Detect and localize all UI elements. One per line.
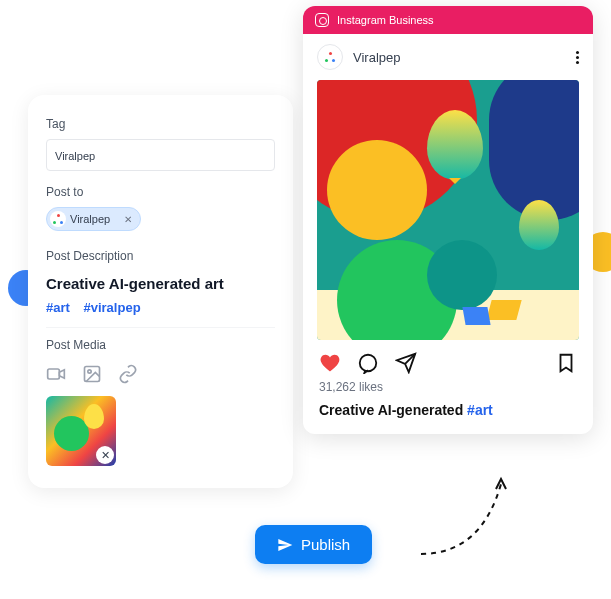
like-icon[interactable] [319,352,341,374]
svg-point-3 [360,355,377,372]
hashtag-viralpep[interactable]: #viralpep [83,300,140,315]
divider [46,327,275,328]
platform-label: Instagram Business [337,14,434,26]
send-icon [277,537,293,553]
instagram-icon [315,13,329,27]
tag-label: Tag [46,117,275,131]
hashtag-art[interactable]: #art [46,300,70,315]
description-text[interactable]: Creative AI-generated art [46,275,275,292]
pill-label: Viralpep [70,213,110,225]
preview-header: Instagram Business [303,6,593,34]
media-label: Post Media [46,338,275,352]
svg-point-2 [88,370,91,373]
pill-remove-icon[interactable]: ✕ [124,214,132,225]
preview-actions [303,340,593,380]
account-name: Viralpep [353,50,400,65]
compose-panel: Tag Post to Viralpep ✕ Post Description … [28,95,293,488]
viralpep-logo-icon [325,52,335,62]
likes-count: 31,262 likes [303,380,593,394]
bookmark-icon[interactable] [555,352,577,374]
account-avatar [317,44,343,70]
svg-rect-0 [48,369,60,379]
more-icon[interactable] [576,51,579,64]
link-icon[interactable] [118,364,138,384]
share-icon[interactable] [395,352,417,374]
preview-account-row: Viralpep [303,34,593,80]
arrow-connector [411,474,531,564]
preview-image [317,80,579,340]
thumb-remove-icon[interactable]: ✕ [96,446,114,464]
media-icons-row [46,364,275,384]
publish-button[interactable]: Publish [255,525,372,564]
hashtags-row: #art #viralpep [46,300,275,315]
caption-hashtag[interactable]: #art [467,402,493,418]
post-to-pill[interactable]: Viralpep ✕ [46,207,141,231]
viralpep-logo-icon [53,214,63,224]
publish-label: Publish [301,536,350,553]
tag-input-wrapper [46,139,275,171]
caption-text: Creative AI-generated [319,402,467,418]
post-to-label: Post to [46,185,275,199]
image-icon[interactable] [82,364,102,384]
description-label: Post Description [46,249,275,263]
media-thumbnail[interactable]: ✕ [46,396,116,466]
caption: Creative AI-generated #art [303,402,593,434]
preview-panel: Instagram Business Viralpep [303,6,593,434]
video-icon[interactable] [46,364,66,384]
tag-input[interactable] [55,150,266,162]
comment-icon[interactable] [357,352,379,374]
pill-avatar [50,211,66,227]
